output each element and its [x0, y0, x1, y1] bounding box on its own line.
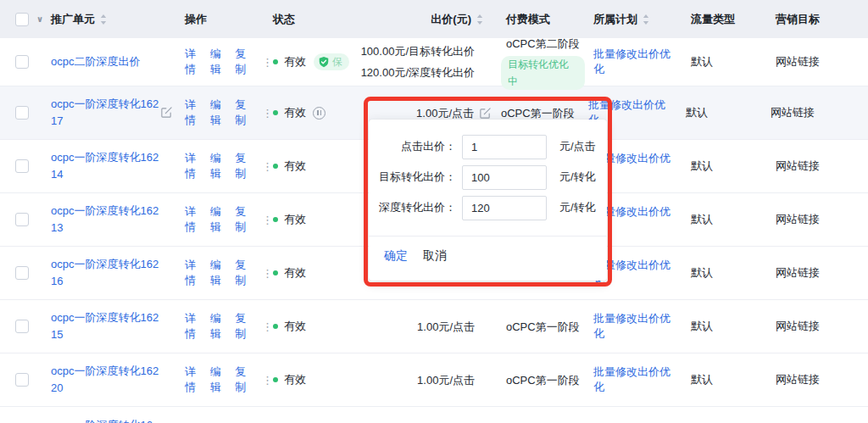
target-conv-bid-field-row: 目标转化出价： 元/转化: [369, 164, 607, 190]
edit-link[interactable]: 编辑: [210, 97, 231, 128]
column-header-bid[interactable]: 出价(元): [354, 8, 492, 30]
select-all-checkbox[interactable]: [15, 13, 29, 26]
target-conv-bid-input[interactable]: [462, 165, 547, 190]
popup-footer: 确定 取消: [369, 237, 607, 264]
edit-link[interactable]: 编辑: [210, 258, 231, 288]
bid-line-1: 1.00元/点击: [354, 370, 475, 391]
bid-cell: 1.00元/点击: [354, 316, 492, 337]
status-dot: [273, 164, 278, 169]
detail-link[interactable]: 详情: [185, 204, 205, 235]
detail-link[interactable]: 详情: [185, 311, 205, 342]
deep-conv-bid-unit: 元/转化: [559, 200, 596, 215]
row-checkbox[interactable]: [15, 373, 29, 387]
status-dot: [273, 377, 278, 382]
more-actions-icon[interactable]: ⋮: [262, 107, 273, 120]
click-bid-unit: 元/点击: [559, 139, 596, 154]
click-bid-label: 点击出价：: [369, 139, 456, 154]
copy-link[interactable]: 复制: [235, 311, 255, 342]
copy-link[interactable]: 复制: [235, 151, 255, 181]
shield-check-icon: [318, 56, 330, 68]
unit-name-link[interactable]: ocpc一阶深度转化16215: [51, 311, 159, 341]
more-actions-icon[interactable]: ⋮: [262, 214, 273, 226]
confirm-button[interactable]: 确定: [384, 248, 408, 264]
more-actions-icon[interactable]: ⋮: [262, 267, 273, 280]
more-actions-icon[interactable]: ⋮: [262, 374, 273, 387]
status-dot: [273, 110, 278, 115]
row-checkbox[interactable]: [15, 213, 29, 226]
bid-line-1: 100.00元/目标转化出价: [354, 41, 475, 62]
copy-link[interactable]: 复制: [235, 365, 255, 395]
ad-units-table-page: ∨ 推广单元 操作 状态 出价(元) 付费模式 所属计划 流量类型 营销目标: [0, 0, 868, 423]
plan-link[interactable]: 批量修改出价优化: [593, 365, 670, 393]
column-header-plan[interactable]: 所属计划: [585, 12, 680, 27]
unit-name-link[interactable]: ocpc一阶深度转化16: [51, 419, 153, 423]
status-dot: [273, 59, 278, 64]
detail-link[interactable]: 详情: [185, 151, 205, 181]
plan-link[interactable]: 批量修改出价优化: [593, 312, 670, 340]
row-checkbox[interactable]: [15, 266, 29, 280]
more-actions-icon[interactable]: ⋮: [262, 56, 273, 69]
deep-conv-bid-input[interactable]: [462, 196, 547, 220]
bid-line-1: 1.00元/点击: [354, 316, 475, 337]
unit-name-link[interactable]: ocpc一阶深度转化16214: [51, 151, 159, 181]
click-bid-input[interactable]: [462, 135, 547, 159]
column-header-status: 状态: [273, 12, 354, 27]
column-header-name[interactable]: 推广单元: [51, 11, 185, 28]
status-dot: [273, 324, 278, 329]
traffic-type: 默认: [686, 106, 708, 119]
sort-icon[interactable]: [100, 14, 107, 25]
edit-link[interactable]: 编辑: [210, 311, 231, 342]
status-label: 有效: [284, 319, 306, 334]
status-label: 有效: [284, 105, 306, 120]
detail-link[interactable]: 详情: [185, 365, 205, 395]
edit-link[interactable]: 编辑: [210, 47, 231, 77]
pause-icon[interactable]: [313, 107, 326, 120]
pay-mode-label: oCPC第一阶段: [506, 370, 585, 391]
row-checkbox[interactable]: [15, 106, 29, 120]
row-checkbox[interactable]: [15, 159, 29, 173]
unit-name-link[interactable]: ocpc一阶深度转化16216: [51, 258, 159, 287]
row-checkbox[interactable]: [15, 55, 29, 69]
edit-link[interactable]: 编辑: [210, 204, 231, 235]
unit-name-link[interactable]: ocpc一阶深度转化16220: [51, 365, 159, 394]
marketing-goal: 网站链接: [776, 213, 820, 225]
column-header-name-label: 推广单元: [51, 11, 95, 28]
optimizing-badge: 目标转化优化中: [501, 56, 585, 90]
chevron-down-icon[interactable]: ∨: [36, 15, 43, 24]
copy-link[interactable]: 复制: [235, 97, 255, 128]
detail-link[interactable]: 详情: [185, 258, 205, 288]
more-actions-icon[interactable]: ⋮: [262, 160, 273, 173]
copy-link[interactable]: 复制: [235, 258, 255, 288]
traffic-type: 默认: [691, 159, 713, 172]
copy-link[interactable]: 复制: [235, 47, 255, 77]
edit-name-icon[interactable]: [160, 106, 173, 119]
unit-name-link[interactable]: ocpc一阶深度转化16213: [51, 204, 159, 234]
row-checkbox[interactable]: [15, 320, 29, 333]
sort-icon[interactable]: [643, 14, 649, 25]
bid-cell: 1.00元/点击: [354, 370, 492, 391]
marketing-goal: 网站链接: [776, 373, 820, 386]
bid-editor-popup: 点击出价： 元/点击 目标转化出价： 元/转化 深度转化出价： 元/转化 确定 …: [369, 120, 607, 281]
detail-link[interactable]: 详情: [185, 97, 205, 128]
traffic-type: 默认: [691, 373, 713, 386]
column-header-goal: 营销目标: [765, 12, 868, 27]
cancel-button[interactable]: 取消: [423, 248, 447, 264]
column-header-ops: 操作: [185, 12, 273, 27]
unit-name-link[interactable]: ocpc二阶深度出价: [51, 55, 140, 68]
detail-link[interactable]: 详情: [185, 47, 205, 77]
status-label: 有效: [284, 159, 306, 174]
traffic-type: 默认: [691, 213, 713, 225]
copy-link[interactable]: 复制: [235, 204, 255, 235]
traffic-type: 默认: [691, 320, 713, 332]
more-actions-icon[interactable]: ⋮: [262, 320, 273, 333]
plan-link[interactable]: 批量修改出价优化: [593, 47, 670, 75]
column-header-traffic-label: 流量类型: [691, 13, 735, 25]
unit-name-link[interactable]: ocpc一阶深度转化16217: [51, 97, 159, 127]
edit-link[interactable]: 编辑: [210, 151, 231, 181]
edit-link[interactable]: 编辑: [210, 365, 231, 395]
sort-icon[interactable]: [476, 14, 483, 25]
bid-cell: 100.00元/目标转化出价 120.00元/深度转化出价: [354, 41, 492, 83]
column-header-plan-label: 所属计划: [593, 12, 637, 27]
marketing-goal: 网站链接: [776, 320, 820, 332]
marketing-goal: 网站链接: [776, 55, 820, 68]
